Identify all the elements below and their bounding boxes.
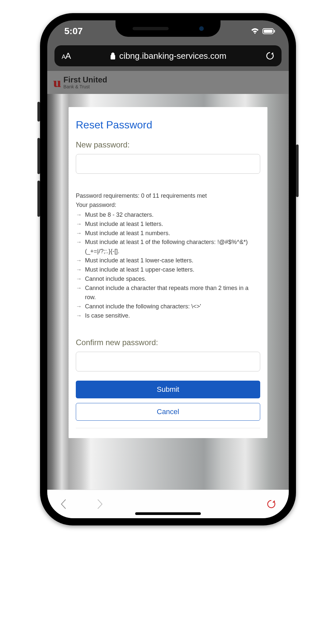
text-size-button[interactable]: AA [62, 51, 71, 61]
phone-notch [116, 20, 220, 37]
requirement-item: →Must include at least 1 letters. [76, 220, 260, 229]
cancel-button[interactable]: Cancel [76, 403, 260, 421]
requirement-text: Must include at least 1 of the following… [85, 238, 260, 256]
arrow-icon: → [76, 265, 82, 275]
requirement-item: →Cannot include a character that repeats… [76, 284, 260, 302]
requirement-text: Cannot include spaces. [85, 275, 146, 284]
requirement-item: →Cannot include spaces. [76, 275, 260, 284]
arrow-icon: → [76, 311, 82, 321]
bank-tagline: Bank & Trust [63, 84, 107, 89]
arrow-icon: → [76, 238, 82, 256]
bank-logo: u [53, 76, 59, 89]
requirement-item: →Must include at least 1 lower-case lett… [76, 256, 260, 265]
wifi-icon [251, 28, 259, 34]
requirement-text: Cannot include a character that repeats … [85, 284, 260, 302]
new-password-input[interactable] [76, 154, 260, 174]
reload-button[interactable] [266, 499, 276, 509]
battery-icon [262, 28, 276, 34]
arrow-icon: → [76, 275, 82, 284]
arrow-icon: → [76, 211, 82, 220]
requirements-summary: Password requirements: 0 of 11 requireme… [76, 191, 260, 201]
requirements-list: →Must be 8 - 32 characters.→Must include… [76, 211, 260, 321]
back-button[interactable] [60, 499, 67, 510]
forward-button[interactable] [96, 499, 104, 510]
status-time: 5:07 [64, 26, 83, 36]
arrow-icon: → [76, 220, 82, 229]
new-password-label: New password: [76, 140, 260, 149]
requirement-item: →Must include at least 1 upper-case lett… [76, 265, 260, 275]
page-title: Reset Password [76, 119, 260, 131]
svg-rect-1 [264, 30, 272, 33]
requirement-text: Must include at least 1 numbers. [85, 229, 170, 238]
requirement-text: Must be 8 - 32 characters. [85, 211, 154, 220]
phone-side-button [37, 138, 40, 174]
requirement-item: →Must include at least 1 of the followin… [76, 238, 260, 256]
site-header: u First United Bank & Trust [47, 71, 289, 94]
arrow-icon: → [76, 284, 82, 302]
phone-side-button [296, 144, 299, 197]
phone-side-button [37, 102, 40, 122]
requirement-text: Must include at least 1 lower-case lette… [85, 256, 193, 265]
requirement-text: Must include at least 1 upper-case lette… [85, 265, 194, 275]
svg-rect-2 [274, 30, 275, 33]
confirm-password-input[interactable] [76, 352, 260, 371]
confirm-password-label: Confirm new password: [76, 338, 260, 347]
requirement-text: Cannot include the following characters:… [85, 302, 201, 311]
requirement-item: →Must be 8 - 32 characters. [76, 211, 260, 220]
requirements-intro: Your password: [76, 201, 260, 210]
reset-password-card: Reset Password New password: Password re… [69, 107, 267, 438]
url-text: cibng.ibanking-services.com [119, 51, 226, 61]
requirement-text: Is case sensitive. [85, 311, 130, 321]
submit-button[interactable]: Submit [76, 381, 260, 398]
phone-frame: 5:07 AA cibng. [40, 13, 296, 525]
requirement-item: →Must include at least 1 numbers. [76, 229, 260, 238]
divider [76, 428, 260, 428]
home-indicator[interactable] [135, 512, 201, 515]
arrow-icon: → [76, 256, 82, 265]
lock-icon [110, 52, 116, 59]
arrow-icon: → [76, 229, 82, 238]
requirement-item: →Cannot include the following characters… [76, 302, 260, 311]
browser-url-bar[interactable]: AA cibng.ibanking-services.com [54, 45, 282, 66]
bank-name: First United [63, 76, 107, 84]
arrow-icon: → [76, 302, 82, 311]
requirement-text: Must include at least 1 letters. [85, 220, 163, 229]
requirement-item: →Is case sensitive. [76, 311, 260, 321]
phone-side-button [37, 181, 40, 217]
reload-icon[interactable] [266, 52, 274, 60]
